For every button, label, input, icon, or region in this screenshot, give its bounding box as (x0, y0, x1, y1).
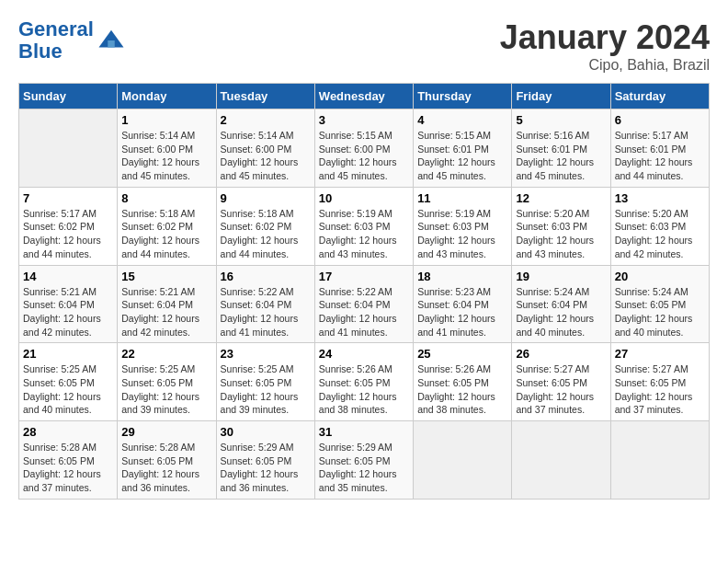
day-info: Sunrise: 5:23 AMSunset: 6:04 PMDaylight:… (417, 286, 495, 338)
day-info: Sunrise: 5:28 AMSunset: 6:05 PMDaylight:… (121, 442, 199, 493)
calendar-cell: 22 Sunrise: 5:25 AMSunset: 6:05 PMDaylig… (118, 343, 216, 421)
calendar-cell: 8 Sunrise: 5:18 AMSunset: 6:02 PMDayligh… (118, 187, 216, 265)
calendar-cell: 17 Sunrise: 5:22 AMSunset: 6:04 PMDaylig… (314, 265, 413, 343)
calendar-cell: 28 Sunrise: 5:28 AMSunset: 6:05 PMDaylig… (19, 421, 118, 500)
day-number: 23 (221, 347, 311, 361)
day-number: 31 (319, 425, 409, 439)
calendar-table: SundayMondayTuesdayWednesdayThursdayFrid… (18, 83, 710, 500)
day-number: 29 (121, 425, 211, 439)
day-info: Sunrise: 5:18 AMSunset: 6:02 PMDaylight:… (221, 208, 299, 259)
day-number: 19 (516, 270, 606, 283)
column-header-friday: Friday (512, 84, 610, 109)
day-number: 21 (23, 347, 113, 361)
calendar-cell: 30 Sunrise: 5:29 AMSunset: 6:05 PMDaylig… (216, 421, 314, 500)
calendar-cell: 4 Sunrise: 5:15 AMSunset: 6:01 PMDayligh… (414, 109, 512, 188)
day-info: Sunrise: 5:27 AMSunset: 6:05 PMDaylight:… (615, 363, 693, 415)
day-number: 2 (221, 113, 311, 127)
calendar-cell (19, 109, 118, 188)
calendar-cell: 6 Sunrise: 5:17 AMSunset: 6:01 PMDayligh… (610, 109, 709, 188)
day-info: Sunrise: 5:20 AMSunset: 6:03 PMDaylight:… (615, 208, 693, 259)
column-header-sunday: Sunday (19, 84, 118, 109)
day-info: Sunrise: 5:22 AMSunset: 6:04 PMDaylight:… (319, 286, 397, 338)
day-number: 3 (319, 113, 409, 127)
day-info: Sunrise: 5:14 AMSunset: 6:00 PMDaylight:… (121, 130, 199, 181)
title-block: January 2024 Cipo, Bahia, Brazil (500, 18, 710, 74)
day-number: 12 (516, 191, 606, 205)
day-info: Sunrise: 5:14 AMSunset: 6:00 PMDaylight:… (221, 130, 299, 181)
calendar-header-row: SundayMondayTuesdayWednesdayThursdayFrid… (19, 84, 710, 109)
day-info: Sunrise: 5:26 AMSunset: 6:05 PMDaylight:… (319, 363, 397, 415)
calendar-cell: 14 Sunrise: 5:21 AMSunset: 6:04 PMDaylig… (19, 265, 118, 343)
calendar-cell (414, 421, 512, 500)
calendar-cell: 21 Sunrise: 5:25 AMSunset: 6:05 PMDaylig… (19, 343, 118, 421)
logo-text: General Blue (18, 18, 94, 63)
calendar-cell: 12 Sunrise: 5:20 AMSunset: 6:03 PMDaylig… (512, 187, 610, 265)
day-info: Sunrise: 5:28 AMSunset: 6:05 PMDaylight:… (23, 442, 101, 493)
calendar-cell: 24 Sunrise: 5:26 AMSunset: 6:05 PMDaylig… (314, 343, 413, 421)
calendar-cell: 13 Sunrise: 5:20 AMSunset: 6:03 PMDaylig… (610, 187, 709, 265)
day-info: Sunrise: 5:27 AMSunset: 6:05 PMDaylight:… (516, 363, 594, 415)
day-info: Sunrise: 5:20 AMSunset: 6:03 PMDaylight:… (516, 208, 594, 259)
column-header-thursday: Thursday (414, 84, 512, 109)
calendar-cell: 10 Sunrise: 5:19 AMSunset: 6:03 PMDaylig… (314, 187, 413, 265)
calendar-cell: 5 Sunrise: 5:16 AMSunset: 6:01 PMDayligh… (512, 109, 610, 188)
day-info: Sunrise: 5:19 AMSunset: 6:03 PMDaylight:… (319, 208, 397, 259)
calendar-cell: 15 Sunrise: 5:21 AMSunset: 6:04 PMDaylig… (118, 265, 216, 343)
page-subtitle: Cipo, Bahia, Brazil (500, 57, 710, 74)
day-info: Sunrise: 5:24 AMSunset: 6:05 PMDaylight:… (615, 286, 693, 338)
day-info: Sunrise: 5:15 AMSunset: 6:00 PMDaylight:… (319, 130, 397, 181)
calendar-cell: 26 Sunrise: 5:27 AMSunset: 6:05 PMDaylig… (512, 343, 610, 421)
day-number: 16 (221, 270, 311, 283)
calendar-cell: 27 Sunrise: 5:27 AMSunset: 6:05 PMDaylig… (610, 343, 709, 421)
day-info: Sunrise: 5:29 AMSunset: 6:05 PMDaylight:… (319, 442, 397, 493)
page-header: General Blue January 2024 Cipo, Bahia, B… (18, 18, 710, 74)
day-number: 18 (417, 270, 507, 283)
day-number: 10 (319, 191, 409, 205)
day-info: Sunrise: 5:16 AMSunset: 6:01 PMDaylight:… (516, 130, 594, 181)
day-info: Sunrise: 5:26 AMSunset: 6:05 PMDaylight:… (417, 363, 495, 415)
day-info: Sunrise: 5:29 AMSunset: 6:05 PMDaylight:… (221, 442, 299, 493)
day-info: Sunrise: 5:25 AMSunset: 6:05 PMDaylight:… (121, 363, 199, 415)
column-header-tuesday: Tuesday (216, 84, 314, 109)
day-info: Sunrise: 5:25 AMSunset: 6:05 PMDaylight:… (23, 363, 101, 415)
calendar-cell: 20 Sunrise: 5:24 AMSunset: 6:05 PMDaylig… (610, 265, 709, 343)
page-title: January 2024 (500, 18, 710, 57)
day-number: 5 (516, 113, 606, 127)
day-number: 20 (615, 270, 705, 283)
day-number: 8 (121, 191, 211, 205)
day-number: 4 (417, 113, 507, 127)
calendar-cell: 9 Sunrise: 5:18 AMSunset: 6:02 PMDayligh… (216, 187, 314, 265)
day-number: 7 (23, 191, 113, 205)
svg-rect-1 (108, 40, 115, 48)
day-number: 1 (121, 113, 211, 127)
calendar-cell: 16 Sunrise: 5:22 AMSunset: 6:04 PMDaylig… (216, 265, 314, 343)
day-number: 27 (615, 347, 705, 361)
day-info: Sunrise: 5:18 AMSunset: 6:02 PMDaylight:… (121, 208, 199, 259)
day-number: 24 (319, 347, 409, 361)
day-info: Sunrise: 5:25 AMSunset: 6:05 PMDaylight:… (221, 363, 299, 415)
day-number: 13 (615, 191, 705, 205)
day-number: 14 (23, 270, 113, 283)
day-info: Sunrise: 5:22 AMSunset: 6:04 PMDaylight:… (221, 286, 299, 338)
calendar-cell: 11 Sunrise: 5:19 AMSunset: 6:03 PMDaylig… (414, 187, 512, 265)
column-header-monday: Monday (118, 84, 216, 109)
logo-icon (97, 27, 125, 54)
day-number: 9 (221, 191, 311, 205)
day-number: 11 (417, 191, 507, 205)
day-number: 15 (121, 270, 211, 283)
day-number: 17 (319, 270, 409, 283)
day-info: Sunrise: 5:21 AMSunset: 6:04 PMDaylight:… (23, 286, 101, 338)
day-number: 28 (23, 425, 113, 439)
calendar-cell: 2 Sunrise: 5:14 AMSunset: 6:00 PMDayligh… (216, 109, 314, 188)
calendar-cell: 29 Sunrise: 5:28 AMSunset: 6:05 PMDaylig… (118, 421, 216, 500)
calendar-week-row: 21 Sunrise: 5:25 AMSunset: 6:05 PMDaylig… (19, 343, 710, 421)
day-number: 26 (516, 347, 606, 361)
day-number: 6 (615, 113, 705, 127)
calendar-cell: 7 Sunrise: 5:17 AMSunset: 6:02 PMDayligh… (19, 187, 118, 265)
day-info: Sunrise: 5:17 AMSunset: 6:01 PMDaylight:… (615, 130, 693, 181)
calendar-cell: 1 Sunrise: 5:14 AMSunset: 6:00 PMDayligh… (118, 109, 216, 188)
calendar-cell: 31 Sunrise: 5:29 AMSunset: 6:05 PMDaylig… (314, 421, 413, 500)
day-info: Sunrise: 5:21 AMSunset: 6:04 PMDaylight:… (121, 286, 199, 338)
logo: General Blue (18, 18, 125, 63)
calendar-cell: 19 Sunrise: 5:24 AMSunset: 6:04 PMDaylig… (512, 265, 610, 343)
